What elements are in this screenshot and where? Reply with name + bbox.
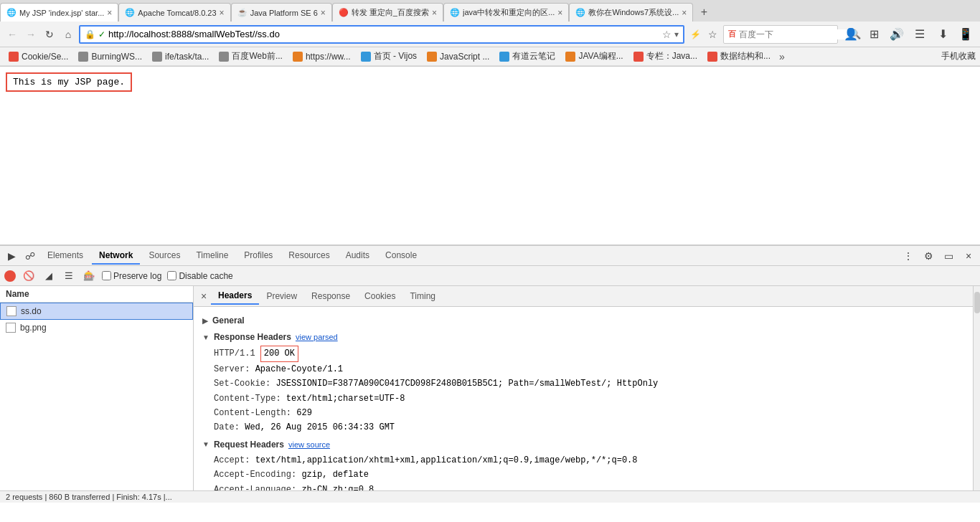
search-input[interactable] <box>739 29 847 39</box>
bookmark-column-java[interactable]: 专栏：Java... <box>629 49 702 64</box>
menu-icon[interactable]: ☰ <box>910 24 930 44</box>
tab-1-close[interactable]: × <box>107 8 112 18</box>
tab-6-close[interactable]: × <box>682 8 687 18</box>
bookmark-ife[interactable]: ife/task/ta... <box>148 50 213 63</box>
scroll-thumb[interactable] <box>974 292 980 313</box>
new-tab-button[interactable]: + <box>693 3 715 22</box>
bookmark-star-icon[interactable]: ☆ <box>662 29 672 40</box>
phone-label[interactable]: 手机收藏 <box>941 50 976 62</box>
general-section-title: ▶ General <box>202 314 964 328</box>
right-scrollbar[interactable] <box>973 286 980 490</box>
tab-network[interactable]: Network <box>92 247 140 265</box>
address-input[interactable] <box>108 29 659 39</box>
preserve-log-checkbox[interactable] <box>102 271 111 280</box>
star-button[interactable]: ☆ <box>705 27 720 42</box>
device-mode-icon[interactable]: ☍ <box>22 247 39 265</box>
bookmark-baidu-web-icon <box>219 52 229 62</box>
bookmark-baidu-web-label: 百度Web前... <box>232 50 282 62</box>
list-button[interactable]: ☰ <box>62 269 76 283</box>
reload-button[interactable]: ↻ <box>42 27 57 42</box>
inspect-element-icon[interactable]: ▶ <box>3 247 20 265</box>
file-item-ss-do-name: ss.do <box>21 306 42 316</box>
dropdown-icon[interactable]: ▾ <box>674 29 679 39</box>
tab-3[interactable]: ☕ Java Platform SE 6 × <box>231 3 332 22</box>
bookmark-javascript-icon <box>427 52 437 62</box>
subtab-timing[interactable]: Timing <box>402 288 443 304</box>
tab-3-icon: ☕ <box>237 8 248 18</box>
tab-5-close[interactable]: × <box>557 8 562 18</box>
tab-console[interactable]: Console <box>378 247 424 265</box>
security-icon: 🔒 <box>85 29 95 39</box>
disable-cache-label[interactable]: Disable cache <box>167 271 232 281</box>
record-button[interactable] <box>4 270 16 282</box>
tab-1[interactable]: 🌐 My JSP 'index.jsp' star... × <box>0 3 118 22</box>
tab-4-close[interactable]: × <box>432 8 437 18</box>
tab-6-icon: 🌐 <box>575 8 585 18</box>
view-parsed-link[interactable]: view parsed <box>296 331 338 344</box>
request-header-accept: Accept: text/html,application/xhtml+xml,… <box>202 453 964 468</box>
bookmark-javascript-label: JavaScript ... <box>440 52 489 62</box>
tab-resources[interactable]: Resources <box>281 247 336 265</box>
bookmark-column-java-icon <box>633 52 644 62</box>
address-bar[interactable]: 🔒 ✓ ☆ ▾ <box>79 25 684 44</box>
subtab-response[interactable]: Response <box>304 288 357 304</box>
tab-elements[interactable]: Elements <box>40 247 90 265</box>
filter-button[interactable]: ◢ <box>42 269 56 283</box>
tab-6[interactable]: 🌐 教你在Windows7系统设... × <box>569 3 693 22</box>
file-item-bg-png[interactable]: bg.png <box>0 320 193 336</box>
tab-4[interactable]: 🔴 转发 重定向_百度搜索 × <box>332 3 443 22</box>
subtab-headers[interactable]: Headers <box>211 288 259 305</box>
request-headers-triangle-icon: ▼ <box>202 439 209 450</box>
tab-audits[interactable]: Audits <box>339 247 377 265</box>
bookmark-https[interactable]: https://ww... <box>288 50 355 63</box>
baidu-logo: 百 <box>728 29 736 39</box>
tab-2[interactable]: 🌐 Apache Tomcat/8.0.23 × <box>118 3 230 22</box>
bookmark-baidu-web[interactable]: 百度Web前... <box>215 49 286 64</box>
volume-icon[interactable]: 🔊 <box>887 24 907 44</box>
back-button[interactable]: ← <box>4 27 20 42</box>
search-area[interactable]: 百 🔍 <box>723 25 838 44</box>
subtab-cookies[interactable]: Cookies <box>357 288 402 304</box>
view-source-link[interactable]: view source <box>288 439 330 452</box>
subtabs-close-button[interactable]: × <box>197 286 211 306</box>
bookmark-youdao[interactable]: 有道云笔记 <box>495 49 560 64</box>
download-icon[interactable]: ⬇ <box>933 24 953 44</box>
devtools-undock-icon[interactable]: ▭ <box>940 247 957 265</box>
devtools-settings-icon[interactable]: ⚙ <box>920 247 937 265</box>
file-item-ss-do[interactable]: ss.do <box>0 303 193 320</box>
tab-5-label: java中转发和重定向的区... <box>463 7 555 18</box>
response-header-http: HTTP/1.1 200 OK <box>202 346 964 361</box>
bookmark-vijos[interactable]: 首页 - Vijos <box>357 49 421 64</box>
devtools-status-bar: 2 requests | 860 B transferred | Finish:… <box>0 490 980 503</box>
phone-icon[interactable]: 📱 <box>956 24 976 44</box>
capture-screenshot-button[interactable]: 🎰 <box>82 269 96 283</box>
tab-profiles[interactable]: Profiles <box>237 247 280 265</box>
tab-2-close[interactable]: × <box>220 8 225 18</box>
user-icon[interactable]: 👤 <box>841 24 861 44</box>
preserve-log-label[interactable]: Preserve log <box>102 271 161 281</box>
headers-pane: × Headers Preview Response Cookies Timin… <box>194 286 973 490</box>
tab-3-close[interactable]: × <box>321 8 326 18</box>
bookmark-cookie[interactable]: Cookie/Se... <box>4 50 72 63</box>
tab-sources[interactable]: Sources <box>141 247 187 265</box>
grid-icon[interactable]: ⊞ <box>864 24 884 44</box>
response-header-content-type: Content-Type: text/html;charset=UTF-8 <box>202 392 964 406</box>
bookmarks-more-button[interactable]: » <box>776 49 788 64</box>
cast-button[interactable]: ⚡ <box>687 27 703 42</box>
devtools-close-icon[interactable]: × <box>960 247 977 265</box>
bookmark-java-prog[interactable]: JAVA编程... <box>561 49 627 64</box>
bookmark-data-structure[interactable]: 数据结构和... <box>703 49 775 64</box>
disable-cache-checkbox[interactable] <box>167 271 176 280</box>
tab-5[interactable]: 🌐 java中转发和重定向的区... × <box>443 3 569 22</box>
subtab-preview[interactable]: Preview <box>259 288 304 304</box>
clear-button[interactable]: 🚫 <box>22 269 36 283</box>
bookmark-vijos-label: 首页 - Vijos <box>374 50 417 62</box>
devtools-dock-button[interactable]: ⋮ <box>900 247 917 265</box>
forward-button[interactable]: → <box>23 27 39 42</box>
bookmark-javascript[interactable]: JavaScript ... <box>423 50 494 63</box>
tab-6-label: 教你在Windows7系统设... <box>588 7 679 18</box>
response-header-content-length: Content-Length: 629 <box>202 406 964 420</box>
tab-timeline[interactable]: Timeline <box>189 247 235 265</box>
bookmark-burningws[interactable]: BurningWS... <box>74 50 146 63</box>
home-button[interactable]: ⌂ <box>60 27 76 42</box>
